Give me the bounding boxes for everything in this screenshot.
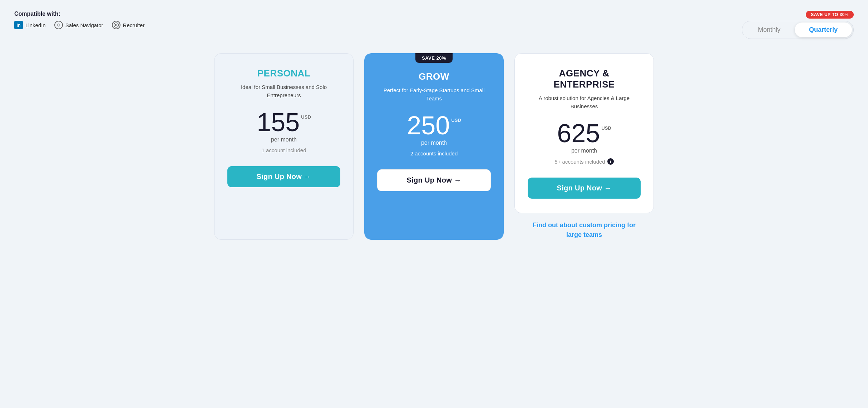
svg-point-0 [114,23,118,28]
recruiter-compat: Recruiter [112,21,145,29]
plans-container: PERSONAL Ideal for Small Businesses and … [14,53,854,240]
save-badge: SAVE UP TO 30% [806,11,854,19]
personal-plan-description: Ideal for Small Businesses and Solo Entr… [227,83,340,99]
recruiter-label: Recruiter [123,22,145,28]
enterprise-plan-description: A robust solution for Agencies & Large B… [528,94,641,110]
enterprise-price-amount: 625 [557,120,600,146]
personal-per-month: per month [271,136,297,143]
billing-toggle-section: SAVE UP TO 30% Monthly Quarterly [742,11,854,39]
personal-signup-button[interactable]: Sign Up Now → [227,166,340,187]
sales-navigator-compat: Sales Navigator [54,21,103,29]
grow-price-currency: USD [451,118,461,123]
compatible-label: Compatible with: [14,11,144,17]
grow-save-badge: SAVE 20% [415,53,453,63]
compatible-icons: in LinkedIn Sales Navigator Recruiter [14,21,144,29]
grow-plan-description: Perfect for Early-Stage Startups and Sma… [377,86,491,103]
sales-navigator-label: Sales Navigator [65,22,103,28]
enterprise-per-month: per month [571,148,597,154]
grow-accounts: 2 accounts included [410,150,458,156]
enterprise-accounts: 5+ accounts included i [554,158,613,165]
linkedin-icon: in [14,21,23,29]
personal-price-currency: USD [301,114,311,120]
custom-pricing-section: Find out about custom pricing for large … [527,220,641,240]
grow-signup-button[interactable]: Sign Up Now → [377,169,491,191]
page-header: Compatible with: in LinkedIn Sales Navig… [14,11,854,39]
monthly-toggle-button[interactable]: Monthly [744,23,795,37]
personal-plan-card: PERSONAL Ideal for Small Businesses and … [214,53,354,240]
quarterly-toggle-button[interactable]: Quarterly [795,23,852,37]
grow-price-row: 250 USD [407,113,461,138]
enterprise-plan-name: AGENCY & ENTERPRISE [528,68,641,90]
custom-pricing-link[interactable]: Find out about custom pricing for large … [527,220,641,240]
linkedin-compat: in LinkedIn [14,21,46,29]
svg-point-1 [115,24,117,26]
grow-per-month: per month [421,140,447,146]
sales-navigator-icon [54,21,63,29]
enterprise-wrapper: AGENCY & ENTERPRISE A robust solution fo… [514,53,654,240]
personal-accounts: 1 account included [261,147,306,153]
linkedin-label: LinkedIn [25,22,46,28]
info-icon[interactable]: i [607,158,614,165]
enterprise-plan-card: AGENCY & ENTERPRISE A robust solution fo… [514,53,654,213]
grow-plan-card: SAVE 20% GROW Perfect for Early-Stage St… [364,53,504,240]
personal-plan-name: PERSONAL [257,68,310,79]
personal-price-amount: 155 [257,109,300,135]
personal-price-row: 155 USD [257,109,311,135]
billing-toggle[interactable]: Monthly Quarterly [742,21,854,39]
enterprise-accounts-text: 5+ accounts included [554,159,605,165]
recruiter-icon [112,21,120,29]
enterprise-price-currency: USD [601,125,611,131]
grow-price-amount: 250 [407,113,450,138]
grow-plan-name: GROW [419,71,449,82]
enterprise-price-row: 625 USD [557,120,611,146]
compatible-section: Compatible with: in LinkedIn Sales Navig… [14,11,144,29]
enterprise-signup-button[interactable]: Sign Up Now → [528,178,641,199]
